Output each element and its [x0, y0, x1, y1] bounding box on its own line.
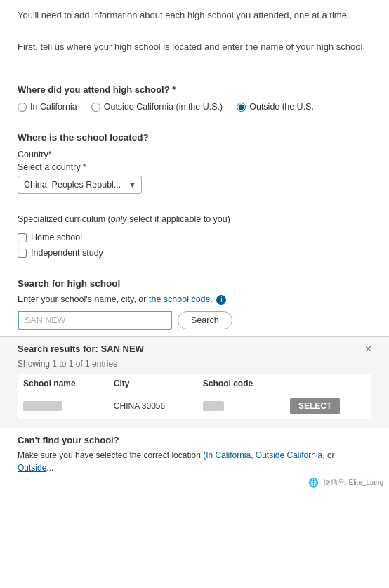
- cant-find-text-end: ...: [46, 463, 53, 473]
- school-name-blurred: S: [23, 401, 62, 411]
- select-label-text: Select a country * China, Peoples Republ…: [18, 162, 371, 194]
- search-instruction: Enter your school's name, city, or the s…: [18, 294, 371, 305]
- search-section: Search for high school Enter your school…: [0, 278, 389, 330]
- cant-find-link1[interactable]: In California: [206, 450, 251, 460]
- results-panel: Search results for: SAN NEW × Showing 1 …: [0, 336, 389, 428]
- results-table-body: S CHINA 30056 SELECT: [18, 393, 371, 419]
- results-for-label-text: Search results for:: [18, 344, 98, 354]
- col-school-name: School name: [18, 374, 108, 393]
- select-button[interactable]: SELECT: [290, 398, 340, 414]
- independent-study-label: Independent study: [31, 248, 103, 258]
- divider-4: [0, 268, 389, 268]
- country-label: Country*: [18, 150, 371, 159]
- curriculum-only: only: [111, 214, 127, 224]
- table-row: S CHINA 30056 SELECT: [18, 393, 371, 419]
- intro-line2: First, tell us where your high school is…: [18, 40, 371, 54]
- search-row: Search: [18, 311, 371, 330]
- question1-label: Where did you attend high school? *: [18, 84, 371, 95]
- cant-find-text-start: Make sure you have selected the correct …: [18, 450, 206, 460]
- location-section: Where is the school located? Country* Se…: [0, 132, 389, 194]
- location-heading: Where is the school located?: [18, 132, 371, 143]
- curriculum-section: Specialized curriculum (only select if a…: [0, 214, 389, 258]
- results-for-label: Search results for: SAN NEW: [18, 344, 144, 354]
- checkbox-home-school[interactable]: Home school: [18, 233, 371, 242]
- radio-label-outside-us: Outside the U.S.: [249, 102, 314, 112]
- watermark: 🌐 微信号: Elite_Liang: [307, 476, 383, 490]
- checkbox-input-home-school[interactable]: [18, 233, 27, 242]
- results-table-header: School name City School code: [18, 374, 371, 393]
- divider-1: [0, 74, 389, 74]
- cell-school-code: [197, 393, 284, 419]
- search-input[interactable]: [18, 311, 172, 330]
- radio-outside-california[interactable]: [91, 103, 100, 112]
- search-heading: Search for high school: [18, 278, 371, 289]
- cant-find-text-mid: ,: [251, 450, 256, 460]
- radio-option-in-california[interactable]: In California: [18, 102, 77, 112]
- radio-label-outside-california: Outside California (in the U.S.): [104, 102, 223, 112]
- page-wrapper: You'll need to add information about eac…: [0, 0, 389, 495]
- radio-outside-us[interactable]: [237, 103, 246, 112]
- home-school-label: Home school: [31, 233, 82, 242]
- cant-find-text: Make sure you have selected the correct …: [18, 449, 371, 474]
- checkbox-input-independent-study[interactable]: [18, 249, 27, 258]
- cell-school-name: S: [18, 393, 108, 419]
- radio-option-outside-california[interactable]: Outside California (in the U.S.): [91, 102, 223, 112]
- watermark-icon: 🌐: [307, 476, 321, 490]
- radio-in-california[interactable]: [18, 103, 27, 112]
- results-for-text: Search results for: SAN NEW: [18, 344, 144, 354]
- checkbox-independent-study[interactable]: Independent study: [18, 248, 371, 258]
- school-code-blurred: [203, 401, 224, 411]
- cant-find-link3[interactable]: Outside: [18, 463, 46, 473]
- curriculum-label-end: select if applicable to you): [127, 214, 230, 224]
- search-button[interactable]: Search: [178, 311, 232, 329]
- showing-text: Showing 1 to 1 of 1 entries: [18, 359, 371, 369]
- cant-find-text-mid2: , or: [322, 450, 334, 460]
- radio-label-in-california: In California: [30, 102, 77, 112]
- country-select-wrapper: China, Peoples Republ... ▼: [18, 176, 142, 194]
- top-section: You'll need to add information about eac…: [0, 0, 389, 64]
- col-city: City: [108, 374, 197, 393]
- curriculum-note: Specialized curriculum (only select if a…: [18, 214, 371, 224]
- col-action: [284, 374, 371, 393]
- bottom-area: Search results for: SAN NEW × Showing 1 …: [0, 336, 389, 495]
- cell-city: CHINA 30056: [108, 393, 197, 419]
- intro-line1: You'll need to add information about eac…: [18, 8, 371, 22]
- results-for-value: SAN NEW: [101, 344, 144, 354]
- country-select[interactable]: China, Peoples Republ...: [18, 176, 142, 194]
- search-instruction-start: Enter your school's name, city, or: [18, 294, 149, 304]
- results-header: Search results for: SAN NEW ×: [18, 344, 371, 355]
- curriculum-label-start: Specialized curriculum (: [18, 214, 111, 224]
- divider-3: [0, 204, 389, 204]
- school-code-link[interactable]: the school code.: [149, 294, 213, 304]
- radio-option-outside-us[interactable]: Outside the U.S.: [237, 102, 314, 112]
- col-school-code: School code: [197, 374, 284, 393]
- divider-2: [0, 122, 389, 122]
- cell-select: SELECT: [284, 393, 371, 419]
- watermark-text: 微信号: Elite_Liang: [324, 478, 383, 488]
- close-button[interactable]: ×: [365, 344, 371, 355]
- cant-find-section: Can't find your school? Make sure you ha…: [0, 435, 389, 474]
- results-table-header-row: School name City School code: [18, 374, 371, 393]
- info-icon[interactable]: i: [216, 295, 226, 305]
- cant-find-link2[interactable]: Outside California: [256, 450, 322, 460]
- radio-group-location: In California Outside California (in the…: [18, 102, 371, 112]
- select-a-country-label: Select a country *: [18, 162, 371, 172]
- results-table: School name City School code S: [18, 374, 371, 419]
- school-code-header-text: School code: [203, 379, 253, 388]
- cant-find-heading: Can't find your school?: [18, 435, 371, 445]
- question1-section: Where did you attend high school? * In C…: [0, 84, 389, 112]
